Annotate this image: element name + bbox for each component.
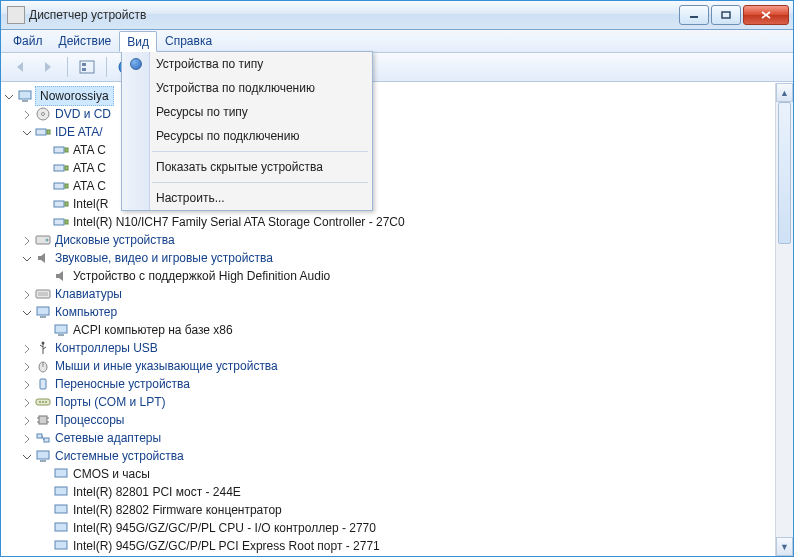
- toolbar-separator: [106, 57, 107, 77]
- scroll-up-button[interactable]: ▲: [776, 83, 793, 102]
- svg-rect-58: [55, 523, 67, 531]
- svg-rect-19: [54, 165, 64, 171]
- view-show-hidden[interactable]: Показать скрытые устройства: [122, 155, 372, 179]
- maximize-button[interactable]: [711, 5, 741, 25]
- menu-view[interactable]: Вид: [119, 31, 157, 52]
- svg-rect-59: [55, 541, 67, 549]
- usb-icon: [35, 340, 51, 356]
- tree-item-pcibridge[interactable]: Intel(R) 82801 PCI мост - 244E: [1, 483, 775, 501]
- tree-category-keyboards[interactable]: Клавиатуры: [1, 285, 775, 303]
- svg-point-43: [39, 401, 41, 403]
- collapse-icon[interactable]: [1, 87, 15, 105]
- scroll-thumb[interactable]: [778, 102, 791, 244]
- view-devices-by-type[interactable]: Устройства по типу: [122, 52, 372, 76]
- expand-icon[interactable]: [19, 105, 33, 123]
- tree-category-portable[interactable]: Переносные устройства: [1, 375, 775, 393]
- menu-help[interactable]: Справка: [157, 30, 220, 52]
- svg-point-14: [42, 113, 45, 116]
- collapse-icon[interactable]: [19, 447, 33, 465]
- view-devices-by-connection[interactable]: Устройства по подключению: [122, 76, 372, 100]
- tree-category-dvd[interactable]: DVD и CD: [1, 105, 775, 123]
- tree-category-sound[interactable]: Звуковые, видео и игровые устройства: [1, 249, 775, 267]
- tree-item-label: ATA C: [73, 159, 112, 177]
- tree-item-label: ATA C: [73, 177, 112, 195]
- svg-rect-7: [82, 63, 86, 66]
- svg-rect-56: [55, 487, 67, 495]
- menu-action[interactable]: Действие: [51, 30, 120, 52]
- expand-icon[interactable]: [19, 411, 33, 429]
- view-resources-by-connection[interactable]: Ресурсы по подключению: [122, 124, 372, 148]
- expand-icon[interactable]: [19, 357, 33, 375]
- expand-icon[interactable]: [19, 375, 33, 393]
- cpu-icon: [35, 412, 51, 428]
- show-tree-button[interactable]: [74, 55, 100, 79]
- controller-icon: [53, 160, 69, 176]
- port-icon: [35, 394, 51, 410]
- system-icon: [53, 520, 69, 536]
- svg-rect-53: [37, 451, 49, 459]
- tree-category-usb[interactable]: Контроллеры USB: [1, 339, 775, 357]
- controller-icon: [53, 142, 69, 158]
- tree-item-ata[interactable]: ATA C: [1, 141, 775, 159]
- expand-icon[interactable]: [19, 285, 33, 303]
- tree-root[interactable]: Noworossiya: [1, 87, 775, 105]
- tree-item-label: Сетевые адаптеры: [55, 429, 167, 447]
- tree-item-intel-n10[interactable]: Intel(R) N10/ICH7 Family Serial ATA Stor…: [1, 213, 775, 231]
- computer-icon: [53, 322, 69, 338]
- collapse-icon[interactable]: [19, 249, 33, 267]
- scroll-down-button[interactable]: ▼: [776, 537, 793, 556]
- close-button[interactable]: [743, 5, 789, 25]
- tree-category-net[interactable]: Сетевые адаптеры: [1, 429, 775, 447]
- view-customize[interactable]: Настроить...: [122, 186, 372, 210]
- menu-file[interactable]: Файл: [5, 30, 51, 52]
- tree-item-cmos[interactable]: CMOS и часы: [1, 465, 775, 483]
- tree-category-disk[interactable]: Дисковые устройства: [1, 231, 775, 249]
- controller-icon: [35, 124, 51, 140]
- svg-rect-23: [54, 201, 64, 207]
- tree-item-firmware[interactable]: Intel(R) 82802 Firmware концентратор: [1, 501, 775, 519]
- computer-icon: [17, 88, 33, 104]
- svg-rect-46: [39, 416, 47, 424]
- system-icon: [53, 502, 69, 518]
- minimize-button[interactable]: [679, 5, 709, 25]
- tree-item-ata[interactable]: ATA C: [1, 177, 775, 195]
- tree-category-ide[interactable]: IDE ATA/: [1, 123, 775, 141]
- tree-item-hdaudio[interactable]: Устройство с поддержкой High Definition …: [1, 267, 775, 285]
- tree-item-ata[interactable]: ATA C: [1, 159, 775, 177]
- tree-category-cpu[interactable]: Процессоры: [1, 411, 775, 429]
- tree-item-acpi[interactable]: ACPI компьютер на базе x86: [1, 321, 775, 339]
- svg-rect-17: [54, 147, 64, 153]
- collapse-icon[interactable]: [19, 123, 33, 141]
- tree-item-pciroot[interactable]: Intel(R) 945G/GZ/GC/P/PL PCI Express Roo…: [1, 537, 775, 555]
- expand-icon[interactable]: [19, 393, 33, 411]
- keyboard-icon: [35, 286, 51, 302]
- controller-icon: [53, 214, 69, 230]
- scroll-track[interactable]: [776, 102, 793, 537]
- tree-category-system[interactable]: Системные устройства: [1, 447, 775, 465]
- device-tree[interactable]: Noworossiya DVD и CD IDE ATA/ ATA C: [1, 83, 775, 556]
- tree-item-label: Intel(R) 82802 Firmware концентратор: [73, 501, 288, 519]
- tree-item-label: Компьютер: [55, 303, 123, 321]
- vertical-scrollbar[interactable]: ▲ ▼: [775, 83, 793, 556]
- svg-point-28: [46, 239, 49, 242]
- view-resources-by-type[interactable]: Ресурсы по типу: [122, 100, 372, 124]
- svg-marker-5: [45, 62, 51, 72]
- tree-category-computer[interactable]: Компьютер: [1, 303, 775, 321]
- tree-category-mice[interactable]: Мыши и иные указывающие устройства: [1, 357, 775, 375]
- svg-rect-1: [722, 12, 730, 18]
- back-button[interactable]: [7, 55, 33, 79]
- tree-item-ioctrl[interactable]: Intel(R) 945G/GZ/GC/P/PL CPU - I/O контр…: [1, 519, 775, 537]
- tree-item-label: Системные устройства: [55, 447, 190, 465]
- svg-rect-35: [40, 316, 46, 318]
- forward-button[interactable]: [35, 55, 61, 79]
- collapse-icon[interactable]: [19, 303, 33, 321]
- expand-icon[interactable]: [19, 339, 33, 357]
- expand-icon[interactable]: [19, 429, 33, 447]
- expand-icon[interactable]: [19, 231, 33, 249]
- tree-item-label: ATA C: [73, 141, 112, 159]
- tree-item-intel[interactable]: Intel(R: [1, 195, 775, 213]
- svg-rect-25: [54, 219, 64, 225]
- tree-category-ports[interactable]: Порты (COM и LPT): [1, 393, 775, 411]
- system-icon: [53, 466, 69, 482]
- svg-marker-29: [38, 253, 45, 263]
